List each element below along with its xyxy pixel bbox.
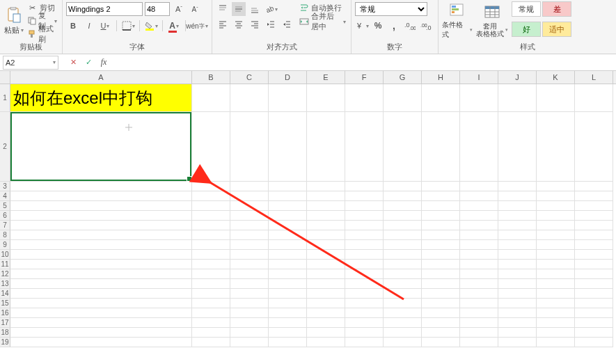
- col-header-A[interactable]: A: [10, 71, 192, 84]
- align-right-button[interactable]: [248, 17, 262, 31]
- select-all-corner[interactable]: [0, 71, 10, 84]
- row-header-10[interactable]: 10: [0, 250, 10, 260]
- row-header-13[interactable]: 13: [0, 279, 10, 289]
- cell-D10[interactable]: [269, 250, 307, 260]
- cell-B3[interactable]: [192, 182, 230, 191]
- cell-G13[interactable]: [384, 279, 422, 289]
- cell-E7[interactable]: [307, 221, 345, 230]
- cell-L5[interactable]: [575, 201, 613, 211]
- cell-styles-gallery[interactable]: 常规 差 好 适中: [512, 1, 571, 40]
- cell-J14[interactable]: [498, 289, 537, 299]
- row-header-14[interactable]: 14: [0, 289, 10, 299]
- cell-J12[interactable]: [498, 269, 537, 279]
- cell-G4[interactable]: [384, 191, 422, 201]
- cell-H13[interactable]: [422, 279, 460, 289]
- comma-format-button[interactable]: ,: [387, 19, 401, 33]
- cell-K3[interactable]: [537, 182, 575, 191]
- cell-H9[interactable]: [422, 240, 460, 250]
- cell-A17[interactable]: [10, 318, 192, 328]
- cell-E17[interactable]: [307, 318, 345, 328]
- cell-K13[interactable]: [537, 279, 575, 289]
- row-header-11[interactable]: 11: [0, 260, 10, 269]
- cell-G3[interactable]: [384, 182, 422, 191]
- cell-F18[interactable]: [345, 328, 384, 338]
- cell-F4[interactable]: [345, 191, 384, 201]
- cell-J17[interactable]: [498, 318, 537, 328]
- cell-F9[interactable]: [345, 240, 384, 250]
- cell-K11[interactable]: [537, 260, 575, 269]
- cell-K19[interactable]: [537, 338, 575, 347]
- style-good[interactable]: 好: [512, 22, 541, 37]
- cell-G19[interactable]: [384, 338, 422, 347]
- cancel-formula-button[interactable]: ✕: [65, 56, 81, 70]
- cell-A4[interactable]: [10, 191, 192, 201]
- increase-indent-button[interactable]: [280, 17, 294, 31]
- cell-L13[interactable]: [575, 279, 613, 289]
- cell-H7[interactable]: [422, 221, 460, 230]
- cell-B12[interactable]: [192, 269, 230, 279]
- col-header-B[interactable]: B: [192, 71, 230, 84]
- row-header-17[interactable]: 17: [0, 318, 10, 328]
- cell-A18[interactable]: [10, 328, 192, 338]
- col-header-D[interactable]: D: [269, 71, 307, 84]
- cell-L17[interactable]: [575, 318, 613, 328]
- cell-K16[interactable]: [537, 308, 575, 318]
- cell-I5[interactable]: [460, 201, 498, 211]
- cell-F1[interactable]: [345, 84, 384, 112]
- cell-E8[interactable]: [307, 230, 345, 240]
- align-top-button[interactable]: [216, 2, 230, 16]
- cell-I7[interactable]: [460, 221, 498, 230]
- cell-K12[interactable]: [537, 269, 575, 279]
- increase-font-button[interactable]: Aˆ: [172, 2, 186, 16]
- cell-L16[interactable]: [575, 308, 613, 318]
- italic-button[interactable]: I: [82, 19, 96, 33]
- cell-A16[interactable]: [10, 308, 192, 318]
- cell-K14[interactable]: [537, 289, 575, 299]
- spreadsheet-grid[interactable]: ABCDEFGHIJKL1如何在excel中打钩2345678910111213…: [0, 71, 616, 347]
- col-header-J[interactable]: J: [498, 71, 537, 84]
- cell-H5[interactable]: [422, 201, 460, 211]
- col-header-K[interactable]: K: [537, 71, 575, 84]
- phonetic-button[interactable]: wén字: [190, 19, 204, 33]
- cell-E12[interactable]: [307, 269, 345, 279]
- cell-D1[interactable]: [269, 84, 307, 112]
- cell-L11[interactable]: [575, 260, 613, 269]
- border-button[interactable]: [121, 19, 135, 33]
- cell-L4[interactable]: [575, 191, 613, 201]
- cell-B16[interactable]: [192, 308, 230, 318]
- format-as-table-button[interactable]: 套用 表格格式▾: [475, 1, 509, 40]
- cell-B8[interactable]: [192, 230, 230, 240]
- decrease-font-button[interactable]: Aˇ: [188, 2, 202, 16]
- cell-H12[interactable]: [422, 269, 460, 279]
- cell-B18[interactable]: [192, 328, 230, 338]
- cell-H18[interactable]: [422, 328, 460, 338]
- formula-input[interactable]: [111, 56, 616, 70]
- cell-H2[interactable]: [422, 112, 460, 182]
- enter-formula-button[interactable]: ✓: [81, 56, 96, 70]
- cell-C19[interactable]: [230, 338, 269, 347]
- cell-B10[interactable]: [192, 250, 230, 260]
- cell-F15[interactable]: [345, 299, 384, 308]
- cell-A19[interactable]: [10, 338, 192, 347]
- cell-E14[interactable]: [307, 289, 345, 299]
- cell-G11[interactable]: [384, 260, 422, 269]
- cell-F11[interactable]: [345, 260, 384, 269]
- cell-J1[interactable]: [498, 84, 537, 112]
- cell-E4[interactable]: [307, 191, 345, 201]
- cell-D17[interactable]: [269, 318, 307, 328]
- cell-J5[interactable]: [498, 201, 537, 211]
- cell-F5[interactable]: [345, 201, 384, 211]
- increase-decimal-button[interactable]: .0.00: [403, 19, 417, 33]
- cell-C16[interactable]: [230, 308, 269, 318]
- cell-B1[interactable]: [192, 84, 230, 112]
- cell-H3[interactable]: [422, 182, 460, 191]
- cell-K7[interactable]: [537, 221, 575, 230]
- cell-G18[interactable]: [384, 328, 422, 338]
- col-header-L[interactable]: L: [575, 71, 613, 84]
- cell-K2[interactable]: [537, 112, 575, 182]
- cell-G15[interactable]: [384, 299, 422, 308]
- cell-I19[interactable]: [460, 338, 498, 347]
- cell-C7[interactable]: [230, 221, 269, 230]
- cell-I6[interactable]: [460, 211, 498, 221]
- cell-K15[interactable]: [537, 299, 575, 308]
